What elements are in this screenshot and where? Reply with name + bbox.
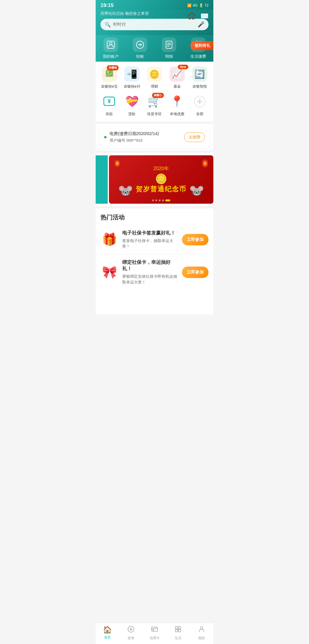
- svg-text:¥: ¥: [108, 98, 111, 104]
- rat-left-icon: 🐭: [118, 183, 133, 198]
- bill-number: 用户编号 006**916: [110, 138, 184, 143]
- lantern-right-icon: 🏮: [200, 158, 210, 168]
- bill-title: 电费(缴费日期2020/02/14): [110, 131, 184, 137]
- service-poverty[interactable]: 购暖心 🛒 扶贫专区: [144, 94, 165, 117]
- status-icons: 📶 4G 🔋 72: [187, 3, 209, 8]
- battery-level: 72: [205, 3, 209, 8]
- transfer-icon: [133, 37, 147, 52]
- activity-1-title: 电子社保卡签发赢好礼！: [122, 230, 180, 236]
- svg-text:💹: 💹: [106, 70, 113, 77]
- activity-item-2: 🎀 绑定社保卡，幸运抽好礼！ 掌银绑定实体社保卡即有机会抽取幸运大奖！ 立即参加: [96, 254, 213, 290]
- headset-icon[interactable]: 🎧: [187, 12, 196, 20]
- search-input[interactable]: 时时付: [113, 22, 198, 27]
- quick-nav-detail[interactable]: 明细: [162, 37, 176, 59]
- activity-2-title: 绑定社保卡，幸运抽好礼！: [122, 259, 180, 272]
- divider-2: [96, 150, 213, 153]
- sign-badge[interactable]: 签到有礼: [190, 41, 213, 50]
- section-title-hot: 热门活动: [96, 209, 213, 225]
- search-bar[interactable]: 🔍 时时付 🎤: [100, 19, 209, 30]
- service-kuaibao[interactable]: 来赚钱 💹 农银快e宝: [99, 66, 120, 89]
- bill-dot: [104, 136, 107, 138]
- account-label: 我的账户: [103, 54, 119, 59]
- carousel-title: 贺岁普通纪念币: [136, 185, 186, 194]
- service-all[interactable]: 全部: [189, 94, 210, 117]
- voice-search-icon[interactable]: 🎤: [198, 21, 204, 28]
- kuaibao-label: 农银快e宝: [101, 84, 118, 89]
- loan-icon: 💝: [124, 94, 139, 109]
- mail-icon[interactable]: ✉️: [200, 12, 209, 20]
- licai-label: 理财: [151, 84, 158, 89]
- activity-1-desc: 签发电子社保卡，抽取幸运大奖！: [122, 238, 180, 249]
- deposit-label: 存款: [106, 112, 113, 117]
- join-button-1[interactable]: 立即参加: [182, 234, 209, 245]
- deposit-icon: ¥: [102, 94, 117, 109]
- kuaifu-label: 农银快e付: [124, 84, 140, 89]
- carousel-slide-main: 🏮 🏮 🐭 2020年 🪙 贺岁普通纪念币 🐭: [109, 155, 213, 204]
- carousel-dot-5[interactable]: [165, 199, 170, 201]
- coin-icon: 🪙: [136, 173, 186, 185]
- activities-section: 热门活动 🎁 电子社保卡签发赢好礼！ 签发电子社保卡，抽取幸运大奖！ 立即参加 …: [96, 209, 213, 314]
- carousel[interactable]: 🏮 🏮 🐭 2020年 🪙 贺岁普通纪念币 🐭: [96, 155, 213, 204]
- carousel-year: 2020年: [136, 166, 186, 172]
- quick-nav-transfer[interactable]: 转账: [133, 37, 147, 59]
- zhitou-label: 农银智投: [193, 84, 207, 89]
- quick-nav-account[interactable]: 我的账户: [103, 37, 119, 59]
- detail-label: 明细: [165, 54, 173, 59]
- divider-1: [96, 121, 213, 124]
- kuaifu-icon: 📲: [124, 66, 139, 82]
- account-icon: [104, 37, 118, 52]
- service-kuaifu[interactable]: 📲 农银快e付: [121, 66, 142, 89]
- activity-2-desc: 掌银绑定实体社保卡即有机会抽取幸运大奖！: [122, 274, 180, 285]
- network-type: 4G: [193, 3, 198, 8]
- service-zhitou[interactable]: 🔄 农银智投: [189, 66, 210, 89]
- badge-new: New: [178, 65, 188, 69]
- carousel-dot-1[interactable]: [152, 199, 154, 201]
- service-deposit[interactable]: ¥ 存款: [99, 94, 120, 117]
- service-grid-row1: 来赚钱 💹 农银快e宝 📲 农银快e付 🪙 理财 New: [96, 62, 213, 92]
- main-content: 来赚钱 💹 农银快e宝 📲 农银快e付 🪙 理财 New: [96, 62, 213, 314]
- search-icon: 🔍: [105, 22, 111, 28]
- activity-item-1: 🎁 电子社保卡签发赢好礼！ 签发电子社保卡，抽取幸运大奖！ 立即参加: [96, 225, 213, 254]
- zhitou-icon: 🔄: [192, 66, 207, 82]
- service-loan[interactable]: 💝 贷款: [121, 94, 142, 117]
- lantern-left-icon: 🏮: [112, 158, 123, 168]
- licai-icon: 🪙: [147, 66, 162, 82]
- detail-icon: [162, 37, 176, 52]
- service-fund[interactable]: New 📈 基金: [167, 66, 188, 89]
- bill-info: 电费(缴费日期2020/02/14) 用户编号 006**916: [110, 131, 184, 143]
- carousel-dot-2[interactable]: [155, 199, 157, 201]
- badge-gousuanxin: 购暖心: [152, 93, 164, 98]
- activity-2-icon: 🎀: [100, 263, 119, 281]
- activity-1-info: 电子社保卡签发赢好礼！ 签发电子社保卡，抽取幸运大奖！: [122, 230, 180, 249]
- service-licai[interactable]: 🪙 理财: [144, 66, 165, 89]
- carousel-dot-3[interactable]: [159, 199, 161, 201]
- join-button-2[interactable]: 立即参加: [182, 267, 209, 278]
- loan-label: 贷款: [128, 112, 135, 117]
- carousel-dots: [152, 199, 170, 201]
- status-time: 19:15: [100, 2, 113, 8]
- carousel-slide-left: [96, 155, 108, 204]
- transfer-label: 转账: [136, 54, 144, 59]
- all-icon: [192, 94, 207, 109]
- bill-notice: 电费(缴费日期2020/02/14) 用户编号 006**916 去缴费: [99, 126, 210, 148]
- carousel-dot-4[interactable]: [162, 199, 164, 201]
- all-label: 全部: [196, 112, 203, 117]
- activity-2-info: 绑定社保卡，幸运抽好礼！ 掌银绑定实体社保卡即有机会抽取幸运大奖！: [122, 259, 180, 285]
- carousel-content: 2020年 🪙 贺岁普通纪念币: [136, 166, 186, 194]
- life-label: 生活缴费: [190, 54, 206, 59]
- signal-icon: 📶: [187, 3, 192, 8]
- pay-button[interactable]: 去缴费: [184, 132, 205, 142]
- fund-label: 基金: [174, 84, 181, 89]
- activity-1-icon: 🎁: [100, 231, 119, 249]
- service-local[interactable]: 📍 本地优惠: [167, 94, 188, 117]
- svg-point-1: [110, 42, 112, 45]
- header-banner: 🎧 ✉️ 四季轮转启始 畅想春之希望 🔍 时时付 🎤: [96, 10, 213, 35]
- service-grid-row2: ¥ 存款 💝 贷款 购暖心 🛒 扶贫专区 📍 本地优惠: [96, 92, 213, 121]
- header-actions: 🎧 ✉️: [187, 12, 209, 20]
- carousel-inner: 🏮 🏮 🐭 2020年 🪙 贺岁普通纪念币 🐭: [96, 155, 213, 204]
- quick-nav: 我的账户 转账 明细 🐰 生活缴费 签到有礼: [96, 35, 213, 64]
- poverty-label: 扶贫专区: [147, 112, 162, 117]
- battery-icon: 🔋: [199, 3, 203, 8]
- badge-laizhuanqian: 来赚钱: [107, 65, 119, 70]
- local-label: 本地优惠: [170, 112, 184, 117]
